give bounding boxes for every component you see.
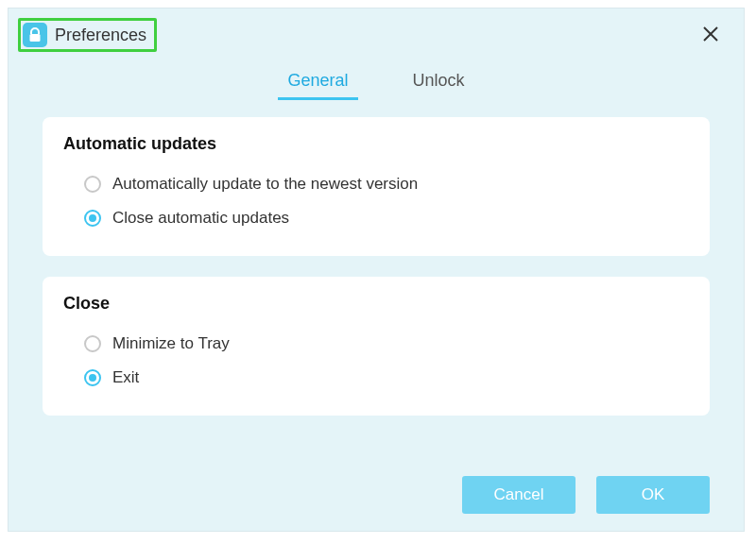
tab-general[interactable]: General — [284, 65, 352, 100]
radio-exit[interactable]: Exit — [63, 361, 689, 395]
tabs: General Unlock — [9, 58, 744, 100]
radio-minimize-tray[interactable]: Minimize to Tray — [63, 327, 689, 361]
tab-unlock[interactable]: Unlock — [409, 65, 469, 100]
radio-icon — [84, 369, 101, 386]
radio-label: Minimize to Tray — [112, 334, 230, 353]
ok-button[interactable]: OK — [596, 476, 710, 514]
radio-label: Close automatic updates — [112, 209, 289, 228]
cancel-button[interactable]: Cancel — [462, 476, 576, 514]
radio-label: Automatically update to the newest versi… — [112, 175, 418, 194]
window-title: Preferences — [55, 26, 146, 45]
section-automatic-updates: Automatic updates Automatically update t… — [43, 117, 710, 256]
radio-icon — [84, 176, 101, 193]
dialog-footer: Cancel OK — [9, 463, 744, 531]
lock-icon — [23, 23, 47, 47]
content-general: Automatic updates Automatically update t… — [9, 100, 744, 463]
section-close: Close Minimize to Tray Exit — [43, 277, 710, 416]
radio-label: Exit — [112, 368, 139, 387]
radio-auto-update[interactable]: Automatically update to the newest versi… — [63, 167, 689, 201]
svg-rect-0 — [30, 34, 41, 42]
titlebar: Preferences — [9, 8, 744, 58]
title-group: Preferences — [18, 18, 157, 52]
close-icon[interactable] — [695, 20, 727, 50]
radio-close-updates[interactable]: Close automatic updates — [63, 201, 689, 235]
section-title: Automatic updates — [63, 134, 689, 154]
radio-icon — [84, 210, 101, 227]
section-title: Close — [63, 294, 689, 314]
radio-icon — [84, 335, 101, 352]
preferences-dialog: Preferences General Unlock Automatic upd… — [8, 8, 745, 532]
